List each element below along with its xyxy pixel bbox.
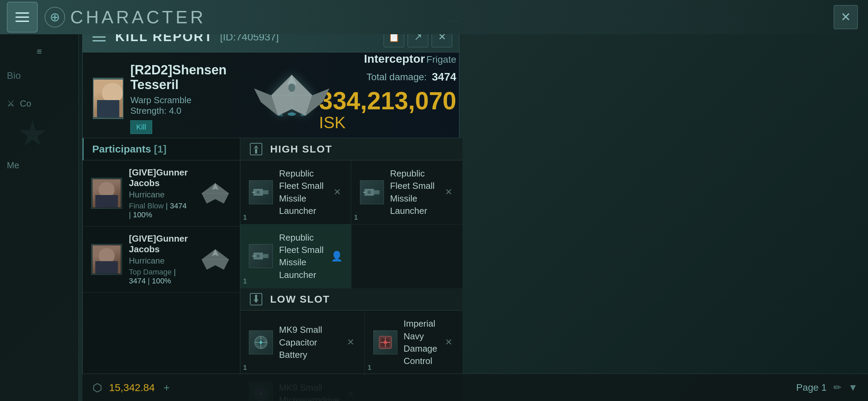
participants-panel: Participants [1] [GIVE]Gunner Jacobs Hur… [83, 138, 240, 401]
svg-rect-27 [374, 190, 379, 194]
svg-point-24 [256, 191, 260, 194]
stat-label-1: Final Blow [129, 202, 164, 210]
top-bar: ⊕ CHARACTER ✕ [0, 0, 868, 34]
slot-icon-3 [249, 244, 273, 268]
ship-image [237, 61, 347, 130]
low-slot-icon-1: + [249, 330, 273, 354]
top-close-button[interactable]: ✕ [834, 5, 858, 29]
sidebar-menu-button[interactable]: ≡ [9, 41, 70, 62]
slot-count-1: 1 [243, 214, 247, 221]
stat-sep-2: | [174, 268, 176, 276]
victim-row: [R2D2]Shensen Tesseril Warp Scramble Str… [93, 63, 227, 134]
svg-marker-20 [254, 145, 258, 149]
kill-report-top: [R2D2]Shensen Tesseril Warp Scramble Str… [83, 52, 459, 138]
participant-ship-2: Hurricane [129, 256, 188, 266]
low-slot-close-1[interactable]: ✕ [346, 337, 356, 348]
low-slot-icon [249, 292, 263, 306]
participant-avatar-1 [91, 178, 122, 209]
kill-report-window: KILL REPORT [ID:7405937] 📋 ↗ ✕ [R2D2]She… [82, 21, 459, 401]
high-slot-item-3[interactable]: 1 Republic Fleet Small Missile Launcher … [240, 224, 351, 289]
svg-marker-36 [254, 300, 258, 303]
slot-close-2[interactable]: ✕ [444, 187, 454, 197]
vitruvian-icon: ⊕ [45, 7, 65, 27]
page-info: Page 1 [796, 382, 827, 393]
low-slot-name-1: MK9 Small Capacitor Battery [279, 324, 339, 361]
menu-button[interactable] [7, 2, 38, 33]
high-slot-item-1[interactable]: 1 Republic Fleet Small Missile Launcher … [240, 160, 351, 224]
slot-count-2: 1 [354, 214, 358, 221]
sidebar-item-combat[interactable]: ⚔ Co [0, 90, 65, 117]
participant-item-1[interactable]: [GIVE]Gunner Jacobs Hurricane Final Blow… [83, 160, 240, 227]
slot-count-3: 1 [243, 277, 247, 285]
victim-avatar [93, 78, 123, 119]
kill-type-label: Kill [440, 137, 456, 138]
svg-rect-1 [93, 36, 106, 38]
stat-sep-1: | [166, 202, 170, 210]
sidebar-item-medals[interactable] [0, 121, 65, 148]
stat-pct-1: 100% [133, 210, 152, 219]
victim-name: [R2D2]Shensen Tesseril [130, 63, 227, 92]
ship-type: Frigate [426, 54, 456, 65]
victim-warp: Warp Scramble Strength: 4.0 [130, 95, 227, 116]
bottom-bar: ⬡ 15,342.84 ＋ Page 1 ✏ ▼ [82, 374, 868, 401]
high-slot-title: High Slot [270, 143, 332, 155]
svg-rect-35 [255, 295, 257, 300]
stat-damage-1: 3474 [170, 202, 186, 210]
stat-pct-2: 100% [152, 277, 171, 285]
svg-point-12 [288, 84, 295, 92]
victim-name-section: [R2D2]Shensen Tesseril Warp Scramble Str… [130, 63, 227, 134]
slot-name-1: Republic Fleet Small Missile Launcher [279, 167, 326, 217]
participant-ship-img-1 [195, 180, 236, 207]
sidebar-bio-label: Bio [7, 70, 21, 81]
svg-point-32 [256, 254, 260, 258]
svg-rect-2 [93, 40, 106, 41]
participant-face-2 [93, 245, 121, 274]
high-slot-icon [249, 142, 263, 156]
slot-icon-2 [360, 180, 384, 204]
stat-label-2: Top Damage [129, 268, 172, 276]
low-slot-header: Low Slot [240, 288, 462, 311]
low-slot-close-2[interactable]: ✕ [444, 337, 454, 348]
low-slot-count-2: 1 [367, 364, 371, 372]
low-slot-name-2: Imperial Navy Damage Control [403, 317, 437, 367]
participant-face-1 [93, 179, 121, 207]
swords-icon: ⚔ [7, 98, 15, 109]
participant-info-1: [GIVE]Gunner Jacobs Hurricane Final Blow… [129, 167, 188, 219]
add-funds-icon[interactable]: ＋ [161, 380, 172, 394]
sidebar-item-me[interactable]: Me [0, 151, 65, 179]
filter-icon[interactable]: ▼ [848, 382, 858, 393]
edit-icon[interactable]: ✏ [833, 382, 841, 393]
svg-point-28 [367, 191, 371, 194]
character-nav: ⊕ CHARACTER [45, 7, 206, 27]
slot-name-3: Republic Fleet Small Missile Launcher [279, 231, 325, 281]
slots-panel: High Slot 1 Republic Fleet Smal [240, 138, 462, 401]
app-title: CHARACTER [70, 7, 206, 27]
low-slot-item-2[interactable]: 1 Imperial Navy Damage Control ✕ [365, 311, 462, 375]
participant-info-2: [GIVE]Gunner Jacobs Hurricane Top Damage… [129, 233, 188, 285]
stat-sep2-1: | [129, 210, 133, 219]
slot-close-1[interactable]: ✕ [332, 187, 342, 197]
participant-stats-2: Top Damage | 3474 | 100% [129, 268, 188, 285]
participant-item-2[interactable]: [GIVE]Gunner Jacobs Hurricane Top Damage… [83, 227, 240, 293]
low-slot-item-1[interactable]: 1 + MK9 Small Capacitor Battery ✕ [240, 311, 365, 375]
svg-point-8 [278, 114, 283, 116]
sidebar-me-label: Me [7, 160, 19, 171]
damage-value: 3474 [432, 71, 456, 83]
star-icon [19, 121, 46, 148]
balance-value: 15,342.84 [109, 382, 155, 393]
svg-text:+: + [259, 340, 262, 345]
kr-bottom-section: Participants [1] [GIVE]Gunner Jacobs Hur… [83, 138, 459, 401]
victim-info: [R2D2]Shensen Tesseril Warp Scramble Str… [83, 52, 237, 138]
participant-ship-img-2 [195, 246, 236, 273]
sidebar-bio-section: Bio [0, 65, 79, 86]
high-slots-grid: 1 Republic Fleet Small Missile Launcher … [240, 160, 462, 288]
participant-avatar-2 [91, 244, 122, 275]
high-slot-header: High Slot [240, 138, 462, 160]
stat-sep2-2: | [148, 277, 152, 285]
low-slot-icon-2 [373, 330, 397, 354]
participants-header: Participants [1] [83, 138, 240, 160]
svg-point-47 [384, 341, 387, 344]
high-slot-item-2[interactable]: 1 Republic Fleet Small Missile Launcher … [351, 160, 462, 224]
slot-person-3: 👤 [331, 251, 342, 262]
participants-count: [1] [154, 143, 167, 155]
